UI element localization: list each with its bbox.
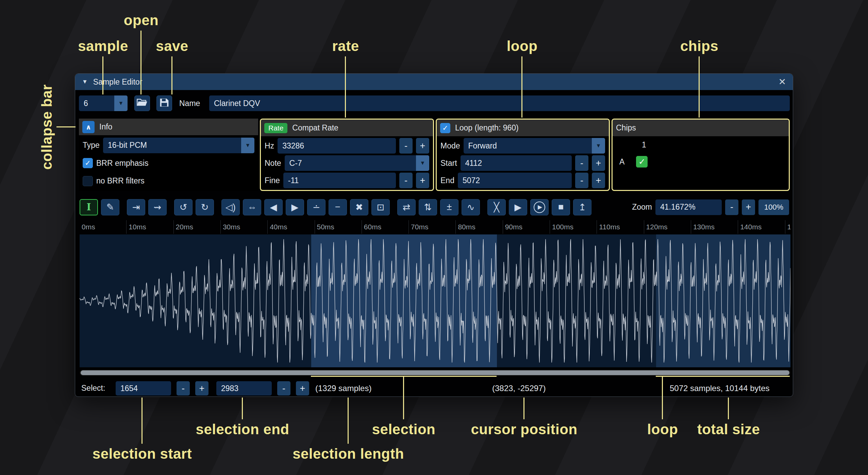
fine-input[interactable]: -11 bbox=[283, 173, 396, 188]
annotation-rate: rate bbox=[332, 38, 359, 54]
toolbar: I✎⇥⇝↺↻◁)⇔◀▶∸−✖⊡⇄⇅±∿╳▶▶■↥ Zoom 41.1672% -… bbox=[80, 198, 789, 216]
amplify-button[interactable]: ◁) bbox=[221, 199, 240, 215]
annotation-selection-length: selection length bbox=[293, 446, 404, 462]
annotation-total-size: total size bbox=[697, 421, 760, 438]
fade-in-button[interactable]: ◀ bbox=[264, 199, 283, 215]
crossfade-loop-button[interactable]: ╳ bbox=[487, 199, 506, 215]
dropdown-arrow-icon: ▼ bbox=[241, 138, 254, 153]
loop-start-input[interactable]: 4112 bbox=[461, 155, 572, 171]
zoom-out-button[interactable]: - bbox=[725, 199, 738, 215]
note-label: Note bbox=[265, 159, 281, 168]
zoom-reset-button[interactable]: 100% bbox=[758, 199, 789, 215]
loop-end-input[interactable]: 5072 bbox=[458, 173, 572, 188]
draw-mode-button[interactable]: ✎ bbox=[101, 199, 119, 215]
select-mode-icon: I bbox=[87, 202, 91, 212]
amplify-icon: ◁) bbox=[226, 202, 236, 213]
zoom-cluster: Zoom 41.1672% - + 100% bbox=[632, 199, 789, 215]
preview-button[interactable]: ▶ bbox=[509, 199, 527, 215]
fade-out-icon: ▶ bbox=[291, 202, 299, 213]
selection-end-input[interactable]: 2983 bbox=[216, 381, 272, 395]
annotation-line-sample bbox=[102, 56, 103, 94]
upload-button[interactable]: ↥ bbox=[573, 199, 591, 215]
selection-end-increase-button[interactable]: + bbox=[296, 381, 309, 395]
fine-increase-button[interactable]: + bbox=[416, 173, 429, 188]
chips-column-header: 1 bbox=[642, 140, 646, 149]
resize-button[interactable]: ⇥ bbox=[127, 199, 145, 215]
delete-button[interactable]: ✖ bbox=[350, 199, 368, 215]
hz-label: Hz bbox=[265, 141, 274, 151]
sample-row: 6 ▼ Na bbox=[75, 95, 793, 112]
loop-mode-dropdown[interactable]: Forward ▼ bbox=[464, 138, 605, 154]
ruler-label: 30ms bbox=[223, 223, 240, 231]
sample-number-dropdown[interactable]: 6 ▼ bbox=[79, 95, 128, 111]
annotation-line-collapse-bar bbox=[56, 126, 76, 127]
dropdown-arrow-icon: ▼ bbox=[114, 95, 128, 111]
filter-button[interactable]: ∿ bbox=[462, 199, 480, 215]
preview-loop-button[interactable]: ▶ bbox=[530, 199, 549, 215]
loop-header: ✓ Loop (length: 960) bbox=[437, 120, 609, 136]
loop-start-decrease-button[interactable]: - bbox=[575, 155, 588, 171]
apply-silence-button[interactable]: − bbox=[329, 199, 347, 215]
annotation-line-save bbox=[171, 56, 172, 94]
redo-button[interactable]: ↻ bbox=[196, 199, 214, 215]
select-mode-button[interactable]: I bbox=[80, 199, 98, 215]
annotation-line-loop bbox=[521, 56, 522, 118]
sign-exchange-button[interactable]: ± bbox=[440, 199, 458, 215]
undo-button[interactable]: ↺ bbox=[174, 199, 193, 215]
stop-preview-icon: ■ bbox=[558, 202, 564, 212]
fade-out-button[interactable]: ▶ bbox=[286, 199, 304, 215]
delete-icon: ✖ bbox=[355, 202, 363, 213]
brr-emphasis-label: BRR emphasis bbox=[96, 159, 148, 168]
loop-enable-checkbox[interactable]: ✓ bbox=[440, 123, 450, 133]
zoom-value: 41.1672% bbox=[660, 203, 696, 212]
normalize-button[interactable]: ⇔ bbox=[243, 199, 261, 215]
hz-increase-button[interactable]: + bbox=[416, 138, 429, 154]
waveform-scrollbar[interactable] bbox=[80, 370, 790, 376]
ruler-label: 20ms bbox=[176, 223, 193, 231]
loop-header-label: Loop (length: 960) bbox=[455, 123, 519, 133]
sample-number-value: 6 bbox=[84, 99, 88, 108]
collapse-info-button[interactable]: ∧ bbox=[82, 121, 95, 133]
loop-end-value: 5072 bbox=[463, 176, 480, 185]
insert-silence-button[interactable]: ∸ bbox=[307, 199, 326, 215]
selection-start-decrease-button[interactable]: - bbox=[177, 381, 190, 395]
selection-start-input[interactable]: 1654 bbox=[116, 381, 171, 395]
hz-decrease-button[interactable]: - bbox=[399, 138, 413, 154]
sample-type-dropdown[interactable]: 16-bit PCM ▼ bbox=[103, 138, 254, 153]
chips-header: Chips bbox=[613, 120, 789, 136]
floppy-disk-icon bbox=[160, 98, 169, 108]
loop-end-decrease-button[interactable]: - bbox=[575, 173, 588, 188]
zoom-in-button[interactable]: + bbox=[742, 199, 755, 215]
window-collapse-icon[interactable]: ▼ bbox=[82, 78, 88, 85]
annotation-line-chips bbox=[699, 56, 700, 118]
zoom-label: Zoom bbox=[632, 203, 652, 212]
close-icon[interactable]: ✕ bbox=[778, 76, 786, 87]
note-dropdown[interactable]: C-7 ▼ bbox=[285, 155, 429, 171]
stop-preview-button[interactable]: ■ bbox=[552, 199, 570, 215]
annotation-line-open bbox=[140, 31, 141, 94]
name-input[interactable]: Clarinet DQV bbox=[209, 95, 790, 111]
chip-a-checkbox[interactable]: ✓ bbox=[636, 156, 648, 168]
ruler-label: 120ms bbox=[646, 223, 668, 231]
zoom-input[interactable]: 41.1672% bbox=[655, 199, 722, 215]
sample-type-value: 16-bit PCM bbox=[108, 141, 147, 150]
open-button[interactable] bbox=[134, 95, 150, 111]
trim-button[interactable]: ⊡ bbox=[371, 199, 390, 215]
selection-start-increase-button[interactable]: + bbox=[195, 381, 208, 395]
selection-end-value: 2983 bbox=[221, 384, 238, 393]
reverse-button[interactable]: ⇄ bbox=[397, 199, 416, 215]
invert-button[interactable]: ⇅ bbox=[419, 199, 437, 215]
sample-editor-window: ▼ Sample Editor ✕ 6 ▼ bbox=[75, 73, 793, 397]
selection-end-decrease-button[interactable]: - bbox=[277, 381, 290, 395]
brr-emphasis-checkbox[interactable]: ✓ bbox=[83, 158, 93, 168]
no-brr-filters-checkbox[interactable] bbox=[83, 176, 93, 186]
sign-exchange-icon: ± bbox=[447, 202, 452, 212]
scrollbar-thumb[interactable] bbox=[81, 370, 789, 375]
hz-input[interactable]: 33286 bbox=[278, 138, 396, 154]
fine-decrease-button[interactable]: - bbox=[399, 173, 413, 188]
resample-button[interactable]: ⇝ bbox=[148, 199, 167, 215]
loop-end-increase-button[interactable]: + bbox=[592, 173, 605, 188]
waveform-display[interactable] bbox=[80, 234, 790, 367]
loop-start-increase-button[interactable]: + bbox=[592, 155, 605, 171]
save-button[interactable] bbox=[156, 95, 172, 111]
